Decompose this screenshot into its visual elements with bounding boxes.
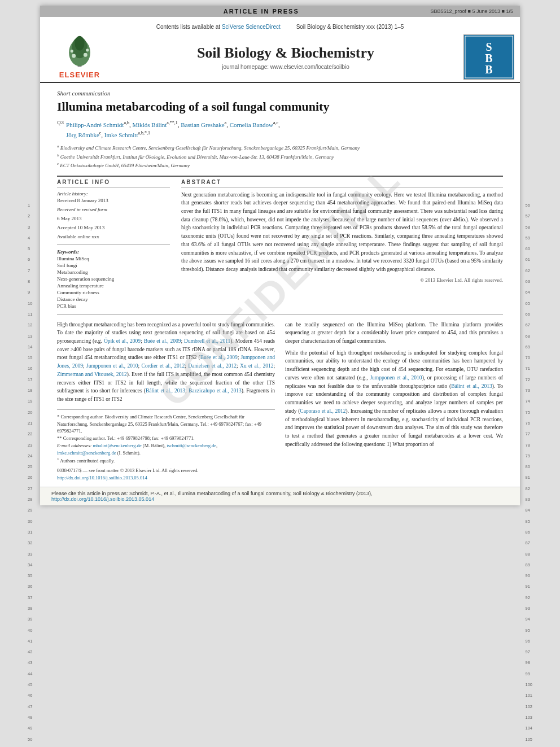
received-revised-date: 6 May 2013 [57, 216, 170, 221]
line-num-72: 72 [525, 377, 532, 382]
line-num-50: 50 [28, 737, 32, 742]
author-schmitt[interactable]: Imke Schmitt [104, 132, 138, 138]
ref-bazzicalupo-2013[interactable]: Bazzicalupo et al., 2013 [189, 388, 242, 394]
ref-buee-2009b[interactable]: Buée et al., 2009 [200, 355, 238, 360]
ref-cordier-2012[interactable]: Cordier et al., 2012 [142, 363, 185, 369]
line-num-4: 4 [28, 235, 32, 241]
keywords-section: Keywords: Illumina MiSeq Soil fungi Meta… [57, 249, 170, 309]
ref-caporaso-2012[interactable]: Caporaso et al., 2012 [300, 408, 345, 414]
keywords-title: Keywords: [57, 249, 170, 255]
line-num-84: 84 [525, 508, 532, 513]
line-num-18: 18 [28, 388, 32, 393]
line-num-7: 7 [28, 268, 32, 273]
ref-balint-2013b[interactable]: Bálint et al., 2013 [451, 383, 492, 389]
line-num-19: 19 [28, 399, 32, 404]
line-num-92: 92 [525, 595, 532, 600]
line-num-33: 33 [28, 552, 32, 557]
line-num-32: 32 [28, 540, 32, 545]
line-num-5: 5 [28, 246, 32, 251]
line-num-103: 103 [525, 715, 532, 720]
thick-divider [57, 176, 503, 177]
line-num-87: 87 [525, 540, 532, 545]
ref-opik-2009[interactable]: Öpik et al., 2009 [104, 338, 141, 344]
journal-top-line: Contents lists available at SciVerse Sci… [40, 21, 520, 32]
line-num-11: 11 [28, 312, 32, 317]
line-num-1: 1 [28, 203, 32, 208]
line-num-101: 101 [525, 693, 532, 698]
footnote-doi-link: http://dx.doi.org/10.1016/j.soilbio.2013… [57, 474, 275, 482]
line-num-26: 26 [28, 475, 32, 480]
line-num-99: 99 [525, 671, 532, 676]
footnotes-area: * Corresponding author. Biodiversity and… [57, 409, 275, 482]
abstract-title: ABSTRACT [181, 179, 503, 187]
line-num-95: 95 [525, 628, 532, 633]
line-num-41: 41 [28, 639, 32, 644]
line-num-73: 73 [525, 388, 532, 393]
line-num-57: 57 [525, 213, 532, 219]
keyword-6: Community richness [57, 290, 170, 295]
line-num-96: 96 [525, 639, 532, 644]
line-num-64: 64 [525, 290, 532, 295]
line-num-91: 91 [525, 584, 532, 589]
author-rombke[interactable]: Jörg Römbke [66, 132, 99, 138]
body-two-col: High throughput metabarcoding has been r… [57, 321, 503, 482]
ref-buee-2009[interactable]: Buée et al., 2009 [144, 338, 181, 344]
line-num-80: 80 [525, 464, 532, 469]
footnote-authors-equal: 1 Authors contributed equally. [57, 456, 275, 465]
line-num-15: 15 [28, 355, 32, 360]
line-num-77: 77 [525, 431, 532, 436]
line-num-62: 62 [525, 268, 532, 273]
ref-danielsen-2012[interactable]: Danielsen et al., 2012 [188, 363, 237, 369]
line-num-31: 31 [28, 530, 32, 535]
svg-text:B: B [485, 52, 492, 64]
svg-point-6 [71, 49, 73, 52]
ref-jumpponen-2010b[interactable]: Jumpponen et al., 2010 [370, 375, 422, 381]
line-num-82: 82 [525, 486, 532, 491]
author-greshake[interactable]: Bastian Greshake [181, 121, 224, 128]
line-num-8: 8 [28, 279, 32, 284]
ref-dumbrell-2011[interactable]: Dumbrell et al., 2011 [184, 338, 230, 344]
keyword-5: Annealing temperature [57, 283, 170, 289]
journal-header: Contents lists available at SciVerse Sci… [40, 17, 520, 83]
ref-xu-2012[interactable]: Xu et al., 2012 [240, 363, 273, 369]
line-num-20: 20 [28, 410, 32, 415]
doi-link[interactable]: http://dx.doi.org/10.1016/j.soilbio.2013… [57, 475, 147, 480]
line-num-59: 59 [525, 235, 532, 241]
line-num-90: 90 [525, 573, 532, 578]
ref-balint-2013[interactable]: Bálint et al., 2013 [146, 388, 185, 394]
email-imkeschmitt[interactable]: imke.schmitt@senckenberg.de [57, 450, 116, 456]
svg-point-4 [72, 54, 76, 58]
content-area: CONFIDENTIAL Short communication Illumin… [40, 90, 520, 481]
bottom-bar-doi-link[interactable]: http://dx.doi.org/10.1016/j.soilbio.2013… [51, 496, 154, 502]
line-num-94: 94 [525, 617, 532, 622]
line-num-40: 40 [28, 628, 32, 633]
line-num-13: 13 [28, 334, 32, 339]
journal-logo-box: S B B [463, 34, 514, 80]
line-num-85: 85 [525, 519, 532, 524]
line-num-22: 22 [28, 431, 32, 436]
journal-title-center: Soil Biology & Biochemistry journal home… [113, 45, 458, 70]
line-num-29: 29 [28, 508, 32, 513]
ref-jumpponen-2010[interactable]: Jumpponen et al., 2010 [86, 363, 138, 369]
history-label: Article history: [57, 191, 170, 196]
author-bandow[interactable]: Cornelia Bandow [230, 121, 273, 128]
keyword-8: PCR bias [57, 303, 170, 309]
email-ischmitt[interactable]: ischmitt@senckenberg.de [167, 443, 216, 448]
received-date: Received 8 January 2013 [57, 198, 170, 203]
authors: Philipp-André Schmidta,b, Miklós Bálinta… [66, 120, 280, 141]
ref-zimmerman-2012[interactable]: Zimmerman and Vitousek, 2012 [57, 372, 127, 377]
line-num-63: 63 [525, 279, 532, 284]
line-num-89: 89 [525, 562, 532, 567]
line-num-36: 36 [28, 584, 32, 589]
svg-point-5 [84, 53, 88, 56]
author-schmidt[interactable]: Philipp-André Schmidt [66, 121, 124, 128]
line-num-34: 34 [28, 562, 32, 567]
keyword-1: Illumina MiSeq [57, 256, 170, 261]
line-num-74: 74 [525, 399, 532, 404]
article-title: Illumina metabarcoding of a soil fungal … [57, 99, 503, 115]
email-mbalint[interactable]: mbalint@senckenberg.de [93, 443, 141, 448]
line-num-48: 48 [28, 715, 32, 720]
sciverse-link[interactable]: SciVerse ScienceDirect [222, 24, 281, 30]
line-num-38: 38 [28, 606, 32, 611]
author-balint[interactable]: Miklós Bálint [132, 121, 167, 128]
